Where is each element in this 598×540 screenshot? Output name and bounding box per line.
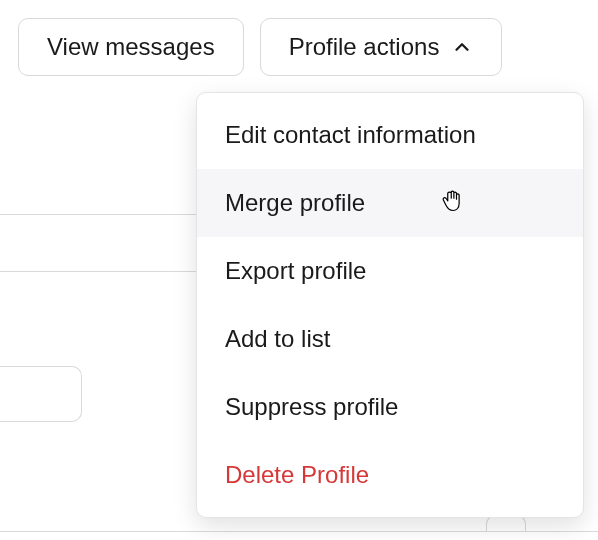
dropdown-item-label: Merge profile: [225, 189, 365, 217]
dropdown-item-export-profile[interactable]: Export profile: [197, 237, 583, 305]
background-divider: [0, 214, 200, 215]
profile-actions-label: Profile actions: [289, 33, 440, 61]
dropdown-item-add-to-list[interactable]: Add to list: [197, 305, 583, 373]
view-messages-label: View messages: [47, 33, 215, 61]
dropdown-item-label: Export profile: [225, 257, 366, 285]
view-messages-button[interactable]: View messages: [18, 18, 244, 76]
dropdown-item-delete-profile[interactable]: Delete Profile: [197, 441, 583, 509]
toolbar: View messages Profile actions: [0, 0, 598, 76]
dropdown-item-edit-contact[interactable]: Edit contact information: [197, 101, 583, 169]
dropdown-item-label: Edit contact information: [225, 121, 476, 149]
dropdown-item-merge-profile[interactable]: Merge profile: [197, 169, 583, 237]
dropdown-item-suppress-profile[interactable]: Suppress profile: [197, 373, 583, 441]
background-field-fragment: [0, 366, 82, 422]
dropdown-item-label: Delete Profile: [225, 461, 369, 489]
background-divider: [0, 271, 200, 272]
profile-actions-dropdown: Edit contact information Merge profile E…: [196, 92, 584, 518]
dropdown-item-label: Add to list: [225, 325, 330, 353]
chevron-up-icon: [451, 36, 473, 58]
background-fragment: [486, 516, 526, 532]
cursor-pointer-icon: [439, 186, 467, 220]
dropdown-item-label: Suppress profile: [225, 393, 398, 421]
profile-actions-button[interactable]: Profile actions: [260, 18, 503, 76]
background-divider-group: [0, 214, 200, 272]
